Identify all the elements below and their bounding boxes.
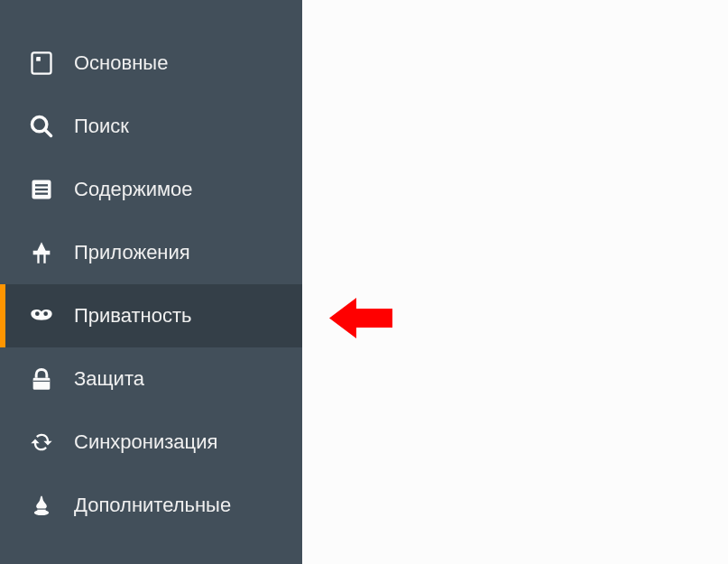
sidebar-item-label: Приватность — [74, 304, 192, 328]
settings-sidebar: Основные Поиск Содержимое Приложения При… — [0, 0, 302, 564]
security-icon — [27, 365, 56, 393]
svg-rect-1 — [36, 57, 41, 61]
svg-marker-18 — [329, 298, 392, 338]
sidebar-item-label: Дополнительные — [74, 494, 231, 517]
content-icon — [27, 175, 56, 204]
svg-point-3 — [34, 69, 36, 70]
general-icon — [27, 49, 56, 78]
sidebar-item-label: Защита — [74, 367, 144, 391]
sidebar-item-label: Приложения — [74, 241, 190, 264]
sidebar-item-content[interactable]: Содержимое — [0, 158, 302, 221]
svg-line-7 — [45, 130, 51, 136]
svg-point-13 — [43, 311, 48, 316]
privacy-icon — [27, 301, 56, 330]
svg-rect-17 — [37, 510, 45, 513]
svg-point-4 — [46, 55, 48, 57]
sidebar-item-label: Содержимое — [74, 178, 193, 201]
sidebar-item-advanced[interactable]: Дополнительные — [0, 474, 302, 537]
sidebar-item-applications[interactable]: Приложения — [0, 221, 302, 284]
svg-point-2 — [34, 55, 36, 57]
svg-rect-14 — [33, 378, 51, 390]
sidebar-item-security[interactable]: Защита — [0, 347, 302, 411]
sidebar-item-label: Синхронизация — [74, 430, 217, 454]
main-content-area — [302, 0, 728, 564]
sidebar-item-general[interactable]: Основные — [0, 32, 302, 95]
sidebar-item-label: Основные — [74, 51, 168, 75]
sidebar-item-search[interactable]: Поиск — [0, 95, 302, 158]
applications-icon — [27, 238, 56, 267]
advanced-icon — [27, 491, 56, 520]
annotation-arrow — [329, 293, 392, 343]
sidebar-item-privacy[interactable]: Приватность — [0, 284, 302, 347]
sidebar-item-label: Поиск — [74, 115, 129, 138]
svg-point-12 — [35, 311, 40, 316]
sync-icon — [27, 428, 56, 457]
search-icon — [27, 112, 56, 141]
sidebar-item-sync[interactable]: Синхронизация — [0, 411, 302, 474]
svg-point-5 — [46, 69, 48, 70]
